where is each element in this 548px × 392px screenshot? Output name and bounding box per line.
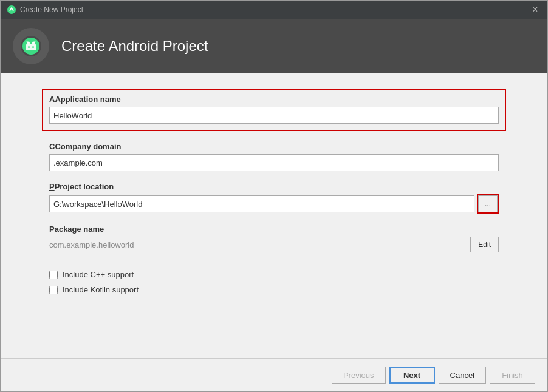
window: Create New Project × Create Android Proj… <box>0 0 548 392</box>
package-name-group: Package name com.example.helloworld Edit <box>49 225 499 259</box>
app-name-input[interactable] <box>49 107 499 124</box>
svg-point-9 <box>32 46 34 48</box>
project-location-input[interactable] <box>49 195 474 212</box>
footer: Previous Next Cancel Finish <box>1 358 547 391</box>
company-domain-label: CCompany domain <box>49 142 499 151</box>
package-name-value: com.example.helloworld <box>49 240 134 249</box>
svg-rect-3 <box>26 44 36 50</box>
include-cpp-label: Include C++ support <box>63 270 134 279</box>
svg-point-0 <box>7 5 16 14</box>
close-button[interactable]: × <box>529 5 541 15</box>
app-name-group: AApplication name <box>42 89 506 131</box>
kotlin-support-group: Include Kotlin support <box>49 285 499 294</box>
previous-button[interactable]: Previous <box>332 367 386 384</box>
svg-point-8 <box>28 46 30 48</box>
project-location-row: ... <box>49 194 499 214</box>
project-location-label: PProject location <box>49 182 499 191</box>
checkboxes-section: Include C++ support Include Kotlin suppo… <box>49 270 499 294</box>
edit-package-button[interactable]: Edit <box>470 237 499 252</box>
app-name-label: AApplication name <box>49 95 499 104</box>
browse-btn-highlight: ... <box>477 194 499 214</box>
title-bar: Create New Project × <box>1 1 547 19</box>
title-bar-text: Create New Project <box>20 5 529 14</box>
cpp-support-group: Include C++ support <box>49 270 499 279</box>
header-title: Create Android Project <box>61 38 208 55</box>
include-kotlin-checkbox[interactable] <box>49 286 58 294</box>
company-domain-input[interactable] <box>49 154 499 171</box>
package-name-label: Package name <box>49 225 499 234</box>
android-studio-logo <box>13 28 49 64</box>
browse-button[interactable]: ... <box>478 195 498 212</box>
company-domain-group: CCompany domain <box>49 142 499 171</box>
form-content: AApplication name CCompany domain PProje… <box>1 73 547 358</box>
include-kotlin-label: Include Kotlin support <box>63 285 139 294</box>
android-studio-icon <box>7 5 16 15</box>
header: Create Android Project <box>1 19 547 73</box>
package-name-row: com.example.helloworld Edit <box>49 237 499 259</box>
android-logo-svg <box>19 35 43 58</box>
project-location-group: PProject location ... <box>49 182 499 214</box>
finish-button[interactable]: Finish <box>490 367 535 384</box>
include-cpp-checkbox[interactable] <box>49 271 58 279</box>
next-button[interactable]: Next <box>389 367 435 384</box>
cancel-button[interactable]: Cancel <box>439 367 486 384</box>
